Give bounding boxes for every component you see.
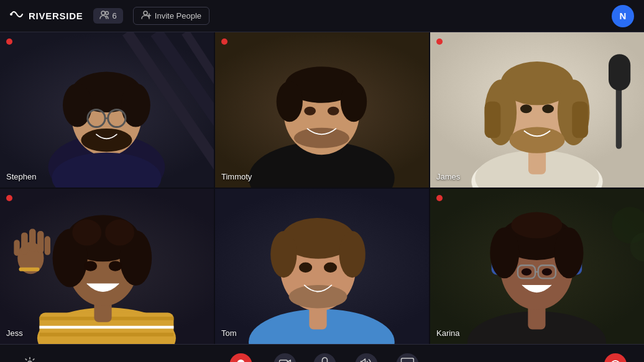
participants-number: 6 [113,11,117,20]
logo-text: RIVERSIDE [29,11,83,21]
svg-rect-100 [402,358,414,363]
svg-point-75 [299,263,312,273]
recording-indicator-stephen [6,38,12,45]
header-left: RIVERSIDE 6 In [10,7,209,25]
leave-button[interactable]: Leave [599,350,632,363]
svg-point-29 [328,107,339,115]
svg-point-73 [339,231,366,278]
header-right: N [612,5,634,27]
svg-point-28 [304,107,316,115]
recording-indicator-jess [6,195,12,201]
svg-point-19 [81,129,132,152]
speaker-icon [360,358,372,363]
svg-rect-66 [19,268,40,271]
svg-point-0 [10,13,12,16]
cam-button[interactable]: Cam [268,350,303,363]
svg-point-76 [324,263,337,273]
svg-point-92 [522,268,531,276]
svg-rect-64 [45,236,50,255]
svg-rect-63 [37,231,44,253]
video-feed-stephen [0,32,214,188]
user-avatar[interactable]: N [612,5,634,27]
toolbar: Settings Recording [0,344,644,362]
record-icon-bg [230,353,252,363]
camera-icon [279,358,292,363]
participant-name-james: James [436,172,460,181]
svg-point-26 [341,81,367,122]
microphone-icon [320,357,330,363]
video-feed-karina [430,189,644,344]
svg-point-57 [105,219,134,245]
participant-name-karina: Karina [436,328,460,338]
people-icon [99,11,109,21]
svg-rect-65 [14,240,19,256]
participant-tile-james: James [430,32,644,188]
video-feed-jess [0,189,214,344]
participant-name-jess: Jess [6,328,23,338]
video-feed-tom [215,189,429,344]
video-feed-james [430,32,644,188]
svg-point-40 [509,127,564,153]
record-dot-icon [236,358,247,363]
logo: RIVERSIDE [10,8,83,24]
participants-count[interactable]: 6 [93,8,123,24]
svg-point-1 [101,11,105,15]
svg-point-72 [270,231,297,278]
leave-icon-bg [604,353,627,363]
header: RIVERSIDE 6 In [0,0,644,32]
svg-point-3 [144,11,147,15]
share-button[interactable]: Share [390,350,425,363]
svg-rect-96 [280,360,288,363]
svg-rect-97 [323,358,328,363]
mic-icon-bg [314,353,336,363]
recording-button[interactable]: Recording [219,350,262,363]
svg-rect-39 [572,102,588,138]
svg-point-41 [520,104,532,113]
svg-point-56 [72,219,101,245]
svg-point-95 [237,360,245,363]
video-feed-timmoty [215,32,429,188]
participant-tile-timmoty: Timmoty [215,32,429,188]
svg-point-59 [109,261,122,271]
recording-indicator-timmoty [221,38,228,45]
share-screen-icon [401,358,415,363]
speaker-icon-bg [355,353,377,363]
toolbar-center: Recording Cam [219,350,425,363]
svg-point-87 [554,227,584,278]
svg-rect-61 [21,232,28,254]
participant-tile-karina: Karina [430,189,644,344]
svg-point-74 [289,285,347,309]
svg-point-27 [294,128,349,148]
participant-name-timmoty: Timmoty [221,172,252,181]
svg-point-86 [490,227,519,278]
speaker-button[interactable]: Speaker [347,350,385,363]
invite-people-button[interactable]: Invite People [133,7,209,25]
mic-button[interactable]: Mic [308,350,343,363]
recording-indicator-karina [436,195,443,201]
participant-name-tom: Tom [221,328,237,338]
settings-button[interactable]: Settings [12,353,47,363]
participant-tile-stephen: Stephen [0,32,214,188]
recording-indicator-james [436,38,443,45]
svg-point-42 [542,104,554,113]
participant-tile-tom: Tom [215,189,429,344]
share-icon-bg [397,353,419,363]
svg-point-93 [542,268,552,276]
svg-point-88 [511,212,562,238]
participant-name-stephen: Stephen [6,172,36,181]
svg-rect-62 [29,229,36,253]
svg-point-58 [84,261,97,271]
svg-rect-44 [609,54,630,91]
svg-point-2 [105,12,108,15]
phone-end-icon [609,359,622,362]
logo-icon [10,8,24,24]
svg-point-25 [277,81,303,122]
invite-people-label: Invite People [155,11,201,20]
svg-rect-38 [484,102,500,138]
gear-icon [23,356,37,363]
video-grid: Stephen [0,32,644,344]
cam-icon-bg [274,353,297,363]
person-add-icon [141,11,151,21]
participant-tile-jess: Jess [0,189,214,344]
